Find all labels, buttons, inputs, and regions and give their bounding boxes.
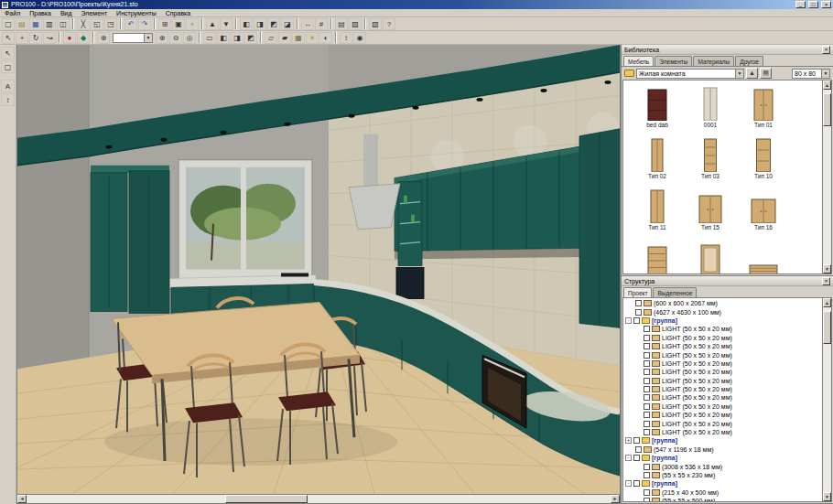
scroll-up-icon[interactable]: ▲: [823, 298, 831, 307]
tree-item-row[interactable]: LIGHT (50 x 50 x 20 мм): [623, 359, 822, 368]
tree-item-row[interactable]: (55 x 55 x 230 мм): [623, 471, 822, 479]
visibility-checkbox[interactable]: [644, 343, 650, 349]
copy-button[interactable]: ◱: [91, 18, 103, 30]
library-item[interactable]: Тип 17: [631, 238, 684, 274]
view-perspective-button[interactable]: ◩: [244, 32, 257, 44]
view-top-button[interactable]: ▭: [203, 32, 216, 44]
visibility-checkbox[interactable]: [644, 386, 650, 392]
tree-item-row[interactable]: LIGHT (50 x 50 x 20 мм): [623, 411, 822, 419]
library-tab-1[interactable]: Элементы: [654, 56, 692, 66]
new-project-button[interactable]: ▢: [2, 18, 15, 30]
library-item[interactable]: Тип 20: [737, 238, 790, 274]
price-list-button[interactable]: ▨: [349, 18, 362, 30]
ruler-toggle-button[interactable]: ↕: [340, 32, 352, 44]
menu-item-5[interactable]: Справка: [161, 9, 195, 17]
hscroll-track[interactable]: [27, 495, 611, 503]
library-item[interactable]: Тип 03: [684, 135, 737, 187]
walk-tool-button[interactable]: ↝: [43, 32, 56, 44]
visibility-checkbox[interactable]: [644, 360, 650, 367]
tree-item-row[interactable]: (547 x 1196 x 18 мм): [623, 445, 822, 454]
structure-tab-0[interactable]: Проект: [623, 287, 652, 297]
tree-item-row[interactable]: LIGHT (50 x 50 x 20 мм): [623, 325, 822, 333]
library-scroll-track[interactable]: [823, 90, 831, 264]
paste-button[interactable]: ◳: [104, 18, 117, 30]
category-dropdown-icon[interactable]: ▼: [735, 70, 743, 78]
measure-tool-button[interactable]: ↕: [1, 93, 15, 106]
shadow-toggle-button[interactable]: ◐: [319, 32, 332, 44]
visibility-checkbox[interactable]: [644, 472, 650, 478]
camera-view-button[interactable]: ◉: [353, 32, 366, 44]
tree-item-row[interactable]: LIGHT (50 x 50 x 20 мм): [623, 402, 822, 411]
wireframe-view-button[interactable]: ▱: [265, 32, 277, 44]
tree-group-row[interactable]: +[группа]: [623, 436, 822, 445]
library-item[interactable]: Тип 19: [684, 238, 737, 274]
menu-item-0[interactable]: Файл: [0, 9, 25, 17]
visibility-checkbox[interactable]: [644, 464, 650, 470]
menu-item-4[interactable]: Инструменты: [112, 9, 161, 17]
visibility-checkbox[interactable]: [635, 300, 642, 306]
library-item[interactable]: 0001: [684, 84, 737, 135]
show-dimensions-button[interactable]: ↔: [301, 18, 314, 30]
tree-item-row[interactable]: (4627 x 4630 x 100 мм): [623, 307, 822, 316]
align-right-button[interactable]: ◨: [254, 18, 266, 30]
select-tool-button[interactable]: ↖: [2, 32, 15, 44]
visibility-checkbox[interactable]: [644, 326, 650, 332]
library-tab-3[interactable]: Другое: [735, 56, 763, 66]
visibility-checkbox[interactable]: [635, 446, 642, 453]
structure-close-icon[interactable]: ×: [822, 277, 830, 285]
structure-tab-1[interactable]: Выделенное: [653, 287, 697, 297]
scroll-right-icon[interactable]: ►: [611, 495, 620, 503]
tree-item-row[interactable]: LIGHT (50 x 50 x 20 мм): [623, 428, 822, 436]
text-tool-button[interactable]: A: [1, 80, 15, 92]
tree-item-row[interactable]: LIGHT (50 x 50 x 20 мм): [623, 342, 822, 350]
align-bottom-button[interactable]: ◪: [281, 18, 294, 30]
bring-forward-button[interactable]: ▲: [206, 18, 219, 30]
library-close-icon[interactable]: ×: [822, 46, 830, 54]
viewport-3d[interactable]: ◄ ►: [16, 45, 621, 504]
expand-icon[interactable]: +: [625, 437, 632, 444]
tree-group-row[interactable]: -[группа]: [623, 479, 822, 488]
scroll-up-icon[interactable]: ▲: [823, 80, 831, 90]
scroll-down-icon[interactable]: ▼: [823, 264, 831, 273]
cut-button[interactable]: ╳: [77, 18, 90, 30]
paint-material-tool-button[interactable]: ●: [63, 32, 76, 44]
tree-item-row[interactable]: LIGHT (50 x 50 x 20 мм): [623, 368, 822, 376]
collapse-icon[interactable]: -: [625, 480, 632, 487]
structure-scroll-thumb[interactable]: [823, 311, 831, 344]
library-item[interactable]: Тип 11: [631, 187, 684, 238]
visibility-checkbox[interactable]: [644, 335, 650, 341]
library-item[interactable]: Тип 16: [737, 187, 790, 238]
visibility-checkbox[interactable]: [633, 480, 640, 487]
hscroll-thumb[interactable]: [225, 495, 308, 503]
thumbnail-size-select[interactable]: 80 x 80 ▼: [792, 69, 830, 79]
visibility-checkbox[interactable]: [644, 394, 650, 401]
show-grid-button[interactable]: #: [315, 18, 328, 30]
view-side-button[interactable]: ◨: [231, 32, 243, 44]
tree-item-row[interactable]: (55 x 55 x 500 мм): [623, 497, 822, 501]
titlebar[interactable]: PRO100 - D:\PRO100\Проекты\Кухня21.sto _…: [0, 0, 833, 9]
zoom-combo-arrow-icon[interactable]: ▼: [144, 34, 152, 42]
maximize-button[interactable]: □: [808, 1, 818, 8]
category-select[interactable]: Жилая комната ▼: [636, 69, 744, 79]
library-item[interactable]: bed dab: [631, 84, 684, 135]
tree-item-row[interactable]: LIGHT (50 x 50 x 20 мм): [623, 419, 822, 427]
visibility-checkbox[interactable]: [644, 429, 650, 435]
visibility-checkbox[interactable]: [635, 309, 642, 316]
tree-group-row[interactable]: -[группа]: [623, 454, 822, 462]
tree-item-row[interactable]: (3008 x 536 x 18 мм): [623, 462, 822, 470]
minimize-button[interactable]: _: [795, 1, 806, 8]
group-elements-button[interactable]: ▣: [172, 18, 185, 30]
zoom-level-combo[interactable]: ▼: [113, 33, 153, 43]
print-preview-button[interactable]: ◫: [57, 18, 70, 30]
zoom-tool-button[interactable]: ⊕: [97, 32, 110, 44]
light-toggle-button[interactable]: ☀: [306, 32, 319, 44]
print-button[interactable]: ▥: [43, 18, 56, 30]
library-scroll-thumb[interactable]: [823, 93, 831, 126]
library-tab-0[interactable]: Мебель: [623, 56, 654, 66]
tree-item-row[interactable]: LIGHT (50 x 50 x 20 мм): [623, 377, 822, 385]
open-project-button[interactable]: ▤: [16, 18, 28, 30]
menu-item-3[interactable]: Элемент: [77, 9, 113, 17]
undo-button[interactable]: ↶: [124, 18, 137, 30]
close-button[interactable]: ×: [821, 1, 831, 8]
redo-button[interactable]: ↷: [138, 18, 151, 30]
